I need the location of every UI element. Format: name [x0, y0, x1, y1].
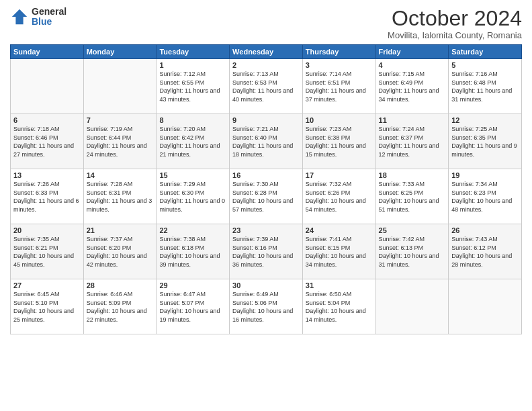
- sunset-text: Sunset: 6:51 PM: [306, 79, 351, 86]
- sunrise-text: Sunrise: 7:26 AM: [13, 181, 60, 187]
- daylight-text: Daylight: 11 hours and 27 minutes.: [13, 142, 74, 158]
- calendar-cell-w5-d7: [449, 279, 522, 334]
- day-info: Sunrise: 6:46 AM Sunset: 5:09 PM Dayligh…: [87, 290, 154, 324]
- logo: General Blue: [10, 7, 66, 28]
- day-info: Sunrise: 6:49 AM Sunset: 5:06 PM Dayligh…: [232, 290, 300, 324]
- sunrise-text: Sunrise: 7:24 AM: [379, 126, 425, 132]
- daylight-text: Daylight: 11 hours and 18 minutes.: [232, 142, 293, 158]
- calendar-table: Sunday Monday Tuesday Wednesday Thursday…: [10, 44, 522, 334]
- daylight-text: Daylight: 10 hours and 42 minutes.: [87, 253, 147, 268]
- sunrise-text: Sunrise: 6:46 AM: [87, 291, 133, 298]
- sunset-text: Sunset: 5:04 PM: [306, 300, 351, 306]
- calendar-cell-w3-d3: 15 Sunrise: 7:29 AM Sunset: 6:30 PM Dayl…: [157, 169, 230, 224]
- sunrise-text: Sunrise: 7:32 AM: [306, 181, 352, 187]
- sunrise-text: Sunrise: 7:14 AM: [306, 71, 352, 77]
- sunrise-text: Sunrise: 7:25 AM: [451, 126, 498, 132]
- daylight-text: Daylight: 11 hours and 37 minutes.: [306, 87, 366, 103]
- calendar-cell-w4-d1: 20 Sunrise: 7:35 AM Sunset: 6:21 PM Dayl…: [11, 224, 84, 279]
- day-number: 17: [306, 171, 373, 179]
- sunrise-text: Sunrise: 7:35 AM: [13, 236, 60, 242]
- day-number: 3: [306, 61, 373, 69]
- day-number: 29: [159, 281, 226, 289]
- sunset-text: Sunset: 6:15 PM: [306, 244, 351, 251]
- day-info: Sunrise: 7:33 AM Sunset: 6:25 PM Dayligh…: [379, 180, 446, 214]
- daylight-text: Daylight: 10 hours and 45 minutes.: [13, 253, 74, 268]
- day-info: Sunrise: 7:42 AM Sunset: 6:13 PM Dayligh…: [379, 235, 446, 269]
- sunrise-text: Sunrise: 7:38 AM: [159, 236, 206, 242]
- daylight-text: Daylight: 11 hours and 15 minutes.: [306, 142, 366, 158]
- day-info: Sunrise: 7:19 AM Sunset: 6:44 PM Dayligh…: [87, 125, 154, 158]
- logo-text: General Blue: [32, 7, 66, 28]
- calendar-cell-w3-d2: 14 Sunrise: 7:28 AM Sunset: 6:31 PM Dayl…: [83, 169, 157, 224]
- sunrise-text: Sunrise: 7:29 AM: [159, 181, 206, 187]
- day-number: 24: [306, 226, 373, 234]
- header-monday: Monday: [83, 45, 157, 59]
- calendar-cell-w1-d1: [11, 59, 84, 114]
- calendar-cell-w3-d6: 18 Sunrise: 7:33 AM Sunset: 6:25 PM Dayl…: [375, 169, 449, 224]
- svg-marker-0: [12, 9, 27, 24]
- day-info: Sunrise: 7:38 AM Sunset: 6:18 PM Dayligh…: [159, 235, 226, 269]
- calendar-cell-w4-d6: 25 Sunrise: 7:42 AM Sunset: 6:13 PM Dayl…: [375, 224, 449, 279]
- daylight-text: Daylight: 11 hours and 21 minutes.: [159, 142, 220, 158]
- calendar-cell-w5-d3: 29 Sunrise: 6:47 AM Sunset: 5:07 PM Dayl…: [157, 279, 230, 334]
- sunset-text: Sunset: 6:48 PM: [451, 79, 496, 86]
- day-number: 30: [232, 281, 300, 289]
- day-number: 9: [232, 116, 300, 124]
- day-number: 2: [232, 61, 300, 69]
- page-subtitle: Movilita, Ialomita County, Romania: [388, 30, 522, 40]
- daylight-text: Daylight: 11 hours and 43 minutes.: [159, 87, 220, 103]
- calendar-cell-w1-d7: 5 Sunrise: 7:16 AM Sunset: 6:48 PM Dayli…: [449, 59, 522, 114]
- day-info: Sunrise: 6:47 AM Sunset: 5:07 PM Dayligh…: [159, 290, 226, 324]
- calendar-header-row: Sunday Monday Tuesday Wednesday Thursday…: [11, 45, 522, 59]
- day-info: Sunrise: 7:37 AM Sunset: 6:20 PM Dayligh…: [87, 235, 154, 269]
- sunrise-text: Sunrise: 7:16 AM: [451, 71, 498, 77]
- sunset-text: Sunset: 6:31 PM: [87, 189, 132, 196]
- sunrise-text: Sunrise: 7:19 AM: [87, 126, 133, 132]
- daylight-text: Daylight: 10 hours and 22 minutes.: [87, 308, 147, 323]
- sunrise-text: Sunrise: 7:41 AM: [306, 236, 352, 242]
- calendar-cell-w2-d6: 11 Sunrise: 7:24 AM Sunset: 6:37 PM Dayl…: [375, 114, 449, 169]
- sunset-text: Sunset: 5:10 PM: [13, 300, 58, 306]
- sunset-text: Sunset: 6:53 PM: [232, 79, 277, 86]
- day-number: 25: [379, 226, 446, 234]
- calendar-week-1: 1 Sunrise: 7:12 AM Sunset: 6:55 PM Dayli…: [11, 59, 522, 114]
- calendar-cell-w3-d4: 16 Sunrise: 7:30 AM Sunset: 6:28 PM Dayl…: [230, 169, 303, 224]
- calendar-week-2: 6 Sunrise: 7:18 AM Sunset: 6:46 PM Dayli…: [11, 114, 522, 169]
- logo-blue-text: Blue: [32, 17, 66, 27]
- calendar-cell-w1-d5: 3 Sunrise: 7:14 AM Sunset: 6:51 PM Dayli…: [302, 59, 375, 114]
- day-info: Sunrise: 7:23 AM Sunset: 6:38 PM Dayligh…: [306, 125, 373, 158]
- header-wednesday: Wednesday: [230, 45, 303, 59]
- sunset-text: Sunset: 6:23 PM: [451, 189, 496, 196]
- day-info: Sunrise: 7:39 AM Sunset: 6:16 PM Dayligh…: [232, 235, 300, 269]
- sunrise-text: Sunrise: 7:28 AM: [87, 181, 133, 187]
- calendar-cell-w2-d3: 8 Sunrise: 7:20 AM Sunset: 6:42 PM Dayli…: [157, 114, 230, 169]
- day-number: 26: [451, 226, 519, 234]
- day-number: 21: [87, 226, 154, 234]
- sunset-text: Sunset: 6:13 PM: [379, 244, 424, 251]
- daylight-text: Daylight: 10 hours and 54 minutes.: [306, 197, 366, 213]
- calendar-week-5: 27 Sunrise: 6:45 AM Sunset: 5:10 PM Dayl…: [11, 279, 522, 334]
- sunrise-text: Sunrise: 7:20 AM: [159, 126, 206, 132]
- daylight-text: Daylight: 10 hours and 14 minutes.: [306, 308, 366, 323]
- sunrise-text: Sunrise: 7:42 AM: [379, 236, 425, 242]
- day-number: 14: [87, 171, 154, 179]
- day-number: 28: [87, 281, 154, 289]
- sunset-text: Sunset: 6:28 PM: [232, 189, 277, 196]
- header-tuesday: Tuesday: [157, 45, 230, 59]
- day-number: 27: [13, 281, 81, 289]
- day-number: 11: [379, 116, 446, 124]
- calendar-cell-w2-d7: 12 Sunrise: 7:25 AM Sunset: 6:35 PM Dayl…: [449, 114, 522, 169]
- sunset-text: Sunset: 6:40 PM: [232, 134, 277, 141]
- sunrise-text: Sunrise: 7:37 AM: [87, 236, 133, 242]
- calendar-cell-w4-d2: 21 Sunrise: 7:37 AM Sunset: 6:20 PM Dayl…: [83, 224, 157, 279]
- day-info: Sunrise: 7:29 AM Sunset: 6:30 PM Dayligh…: [159, 180, 226, 214]
- sunrise-text: Sunrise: 6:47 AM: [159, 291, 206, 298]
- sunrise-text: Sunrise: 7:18 AM: [13, 126, 60, 132]
- day-number: 15: [159, 171, 226, 179]
- calendar-cell-w4-d7: 26 Sunrise: 7:43 AM Sunset: 6:12 PM Dayl…: [449, 224, 522, 279]
- day-number: 1: [159, 61, 226, 69]
- calendar-week-3: 13 Sunrise: 7:26 AM Sunset: 6:33 PM Dayl…: [11, 169, 522, 224]
- calendar-cell-w5-d6: [375, 279, 449, 334]
- day-number: 22: [159, 226, 226, 234]
- calendar-cell-w3-d1: 13 Sunrise: 7:26 AM Sunset: 6:33 PM Dayl…: [11, 169, 84, 224]
